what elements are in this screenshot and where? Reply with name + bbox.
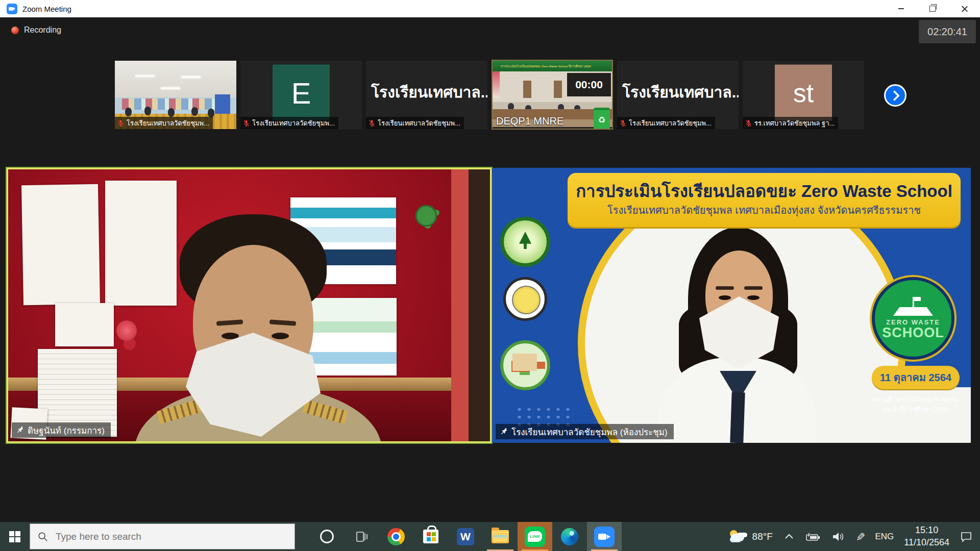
meeting-timer: 02:20:41 <box>919 20 976 43</box>
zoom-icon <box>594 527 615 547</box>
participant-display-name: โรงเรียนเทศบาล... <box>371 80 487 104</box>
main-video-tile-school[interactable]: ♻ ZERO WASTE SCHOOL 11 ตุลาคม 2564 สถานศ… <box>492 168 971 443</box>
weather-icon <box>729 530 747 543</box>
pin-icon <box>16 426 24 434</box>
taskbar-line-button[interactable]: LINE <box>518 522 552 551</box>
participant-label: โรงเรียนเทศบาลวัดชัยชุมพ... <box>366 117 464 129</box>
recycle-bin-graphic: ♻ <box>594 108 610 130</box>
virus-decoration <box>415 205 437 227</box>
avatar: st <box>775 65 832 121</box>
edge-icon <box>561 528 578 545</box>
task-view-icon <box>354 530 369 544</box>
notification-center-icon[interactable] <box>960 531 973 543</box>
participant-tile-deqp1[interactable]: การประเมินโรงเรียนปลอดขยะ Zero Waste Sch… <box>492 60 613 130</box>
pen-workspace-icon[interactable]: ✎ <box>853 532 867 541</box>
next-participants-button[interactable] <box>884 84 906 107</box>
avatar: E <box>273 65 330 121</box>
chrome-icon <box>387 528 405 545</box>
start-button[interactable] <box>0 522 30 551</box>
taskbar-clock[interactable]: 15:10 11/10/2564 <box>904 524 949 548</box>
school-badge-emblem <box>503 277 547 321</box>
poster-subtitle: โรงเรียนเทศบาลวัดชัยชุมพล เทศบาลเมืองทุ่… <box>607 202 921 218</box>
restore-button[interactable] <box>917 0 948 17</box>
chevron-right-icon <box>889 90 899 101</box>
participant-tile-classroom[interactable]: โรงเรียนเทศบาลวัดชัยชุมพ... <box>115 61 236 129</box>
mic-off-icon <box>368 119 376 127</box>
cortana-icon <box>320 530 334 543</box>
file-explorer-icon <box>492 530 509 543</box>
community-badge <box>500 340 550 390</box>
minimize-icon <box>898 8 904 9</box>
recording-indicator-icon <box>11 27 19 34</box>
taskbar-store-button[interactable] <box>413 522 448 551</box>
taskbar-chrome-button[interactable] <box>379 522 413 551</box>
zoom-meeting-window: Zoom Meeting Recording 02:20:41 โรงเรียน… <box>0 0 980 551</box>
taskbar-cortana-button[interactable] <box>309 522 344 551</box>
search-input[interactable] <box>55 531 271 543</box>
school-badge-green <box>500 217 550 267</box>
participant-name-tag: โรงเรียนเทศบาลวัดชัยชุมพล (ห้องประชุม) <box>496 424 674 439</box>
mic-off-icon <box>242 119 250 127</box>
poster-footnote: สถานศึกษารางวัลพระราชทาน ประจำปีการศึกษา… <box>863 394 968 414</box>
ribbon-decoration <box>116 320 137 341</box>
taskbar-zoom-button[interactable] <box>587 522 622 551</box>
zero-waste-school-logo: ZERO WASTE SCHOOL <box>872 277 954 360</box>
windows-logo-icon <box>9 531 20 542</box>
conference-banner: การประเมินโรงเรียนปลอดขยะ Zero Waste Sch… <box>493 61 612 71</box>
restore-icon <box>929 6 936 12</box>
close-icon <box>961 6 968 12</box>
zoom-app-icon <box>7 4 17 14</box>
battery-icon[interactable] <box>805 532 821 542</box>
poster-title-banner: การประเมินโรงเรียนปลอดขยะ Zero Waste Sch… <box>568 173 961 227</box>
taskbar-task-view-button[interactable] <box>344 522 379 551</box>
participant-display-name: โรงเรียนเทศบาล... <box>622 80 739 104</box>
participant-tile-name-2[interactable]: โรงเรียนเทศบาล... โรงเรียนเทศบาลวัดชัยชุ… <box>617 61 739 129</box>
pin-icon <box>500 428 508 436</box>
taskbar-word-button[interactable]: W <box>448 522 483 551</box>
taskbar-edge-button[interactable] <box>552 522 587 551</box>
speaker-icon[interactable] <box>831 531 845 542</box>
mic-off-icon <box>619 119 627 127</box>
search-icon <box>37 531 48 542</box>
microsoft-store-icon <box>423 530 438 543</box>
participant-label: รร.เทศบาลวัดชัยชุมพล ฐา... <box>743 117 838 129</box>
language-indicator[interactable]: ENG <box>875 532 894 542</box>
close-button[interactable] <box>948 0 980 17</box>
system-tray: 88°F ✎ ENG 15:10 11/10/2564 <box>729 522 980 551</box>
classroom-ceiling <box>115 61 236 97</box>
participant-tile-name[interactable]: โรงเรียนเทศบาล... โรงเรียนเทศบาลวัดชัยชุ… <box>366 61 487 129</box>
word-icon: W <box>457 528 474 545</box>
countdown-timer: 00:00 <box>567 73 611 96</box>
participant-label: DEQP1 MNRE <box>496 115 564 127</box>
mic-off-icon <box>117 119 125 127</box>
temperature-label: 88°F <box>752 531 773 542</box>
participant-tile-avatar-st[interactable]: st รร.เทศบาลวัดชัยชุมพล ฐา... <box>743 61 864 129</box>
line-icon: LINE <box>525 527 545 547</box>
mic-off-icon <box>745 119 752 127</box>
participant-label: โรงเรียนเทศบาลวัดชัยชุมพ... <box>617 117 715 129</box>
participant-tile-avatar-e[interactable]: E โรงเรียนเทศบาลวัดชัยชุมพ... <box>240 61 362 129</box>
taskbar-search[interactable] <box>30 523 295 549</box>
tray-chevron-up-icon[interactable] <box>783 532 795 542</box>
windows-taskbar: W LINE 88°F ✎ ENG 15:10 11/10/2564 <box>0 522 980 551</box>
title-bar: Zoom Meeting <box>0 0 980 17</box>
event-date-badge: 11 ตุลาคม 2564 <box>872 366 960 389</box>
clock-date: 11/10/2564 <box>904 537 949 548</box>
main-video-tile-committee[interactable]: ดิษฐนันท์ (กรรมการ) <box>7 168 492 443</box>
window-title: Zoom Meeting <box>22 5 71 13</box>
participant-name-tag: ดิษฐนันท์ (กรรมการ) <box>12 422 111 438</box>
recording-label: Recording <box>24 26 61 35</box>
clock-time: 15:10 <box>915 524 938 536</box>
participant-label: โรงเรียนเทศบาลวัดชัยชุมพ... <box>240 117 338 129</box>
minimize-button[interactable] <box>885 0 917 17</box>
poster-title: การประเมินโรงเรียนปลอดขยะ Zero Waste Sch… <box>576 182 952 201</box>
participant-label: โรงเรียนเทศบาลวัดชัยชุมพ... <box>115 117 213 129</box>
taskbar-file-explorer-button[interactable] <box>483 522 518 551</box>
taskbar-weather-button[interactable]: 88°F <box>729 530 773 543</box>
